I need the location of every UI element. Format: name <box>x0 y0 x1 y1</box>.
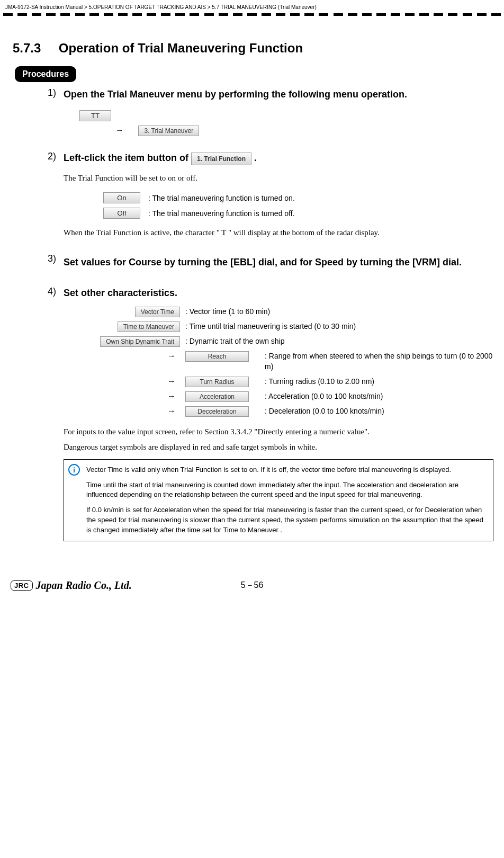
arrow-icon: → <box>111 126 128 135</box>
step-body-text: The Trial Function will be set to on or … <box>64 173 493 184</box>
arrow-icon: → <box>163 391 180 400</box>
page-number: 5－56 <box>241 580 264 591</box>
procedures-badge: Procedures <box>15 66 76 82</box>
step-title-pre: Left-click the item button of <box>64 153 191 163</box>
step-1: 1) Open the Trial Maneuver menu by perfo… <box>64 87 493 136</box>
step-number: 2) <box>48 151 56 162</box>
step-title: Left-click the item button of 1. Trial F… <box>64 151 493 165</box>
step-body-text: For inputs to the value input screen, re… <box>64 426 493 437</box>
on-description: : The trial maneuvering function is turn… <box>148 194 295 202</box>
step-title: Set other characteristics. <box>64 286 493 300</box>
arrow-icon: → <box>163 377 180 386</box>
reach-button[interactable]: Reach <box>185 351 249 362</box>
arrow-icon: → <box>163 406 180 415</box>
breadcrumb-section: 5.7 TRIAL MANEUVERING (Trial Maneuver) <box>212 4 316 10</box>
page-footer: JRC Japan Radio Co., Ltd. 5－56 <box>0 567 504 598</box>
section-title: 5.7.3 Operation of Trial Maneuvering Fun… <box>11 41 493 56</box>
off-description: : The trial maneuvering function is turn… <box>148 209 295 218</box>
own-ship-desc: : Dynamic trait of the own ship <box>185 336 493 347</box>
step-body-text: When the Trial Function is active, the c… <box>64 227 493 238</box>
step-body-text: Dangerous target symbols are displayed i… <box>64 442 493 453</box>
step-number: 1) <box>48 87 56 99</box>
turn-radius-button[interactable]: Turn Radius <box>185 377 249 387</box>
breadcrumb-manual: JMA-9172-SA Instruction Manual <box>5 4 83 10</box>
breadcrumb-sep: > <box>84 4 87 10</box>
step-title: Set values for Course by turning the [EB… <box>64 253 493 271</box>
acceleration-desc: : Acceleration (0.0 to 100 knots/min) <box>259 391 493 402</box>
step-3: 3) Set values for Course by turning the … <box>64 253 493 271</box>
divider-dashes <box>0 13 504 20</box>
step-title: Open the Trial Maneuver menu by performi… <box>64 87 493 102</box>
vector-time-button[interactable]: Vector Time <box>135 307 180 317</box>
info-paragraph: Time until the start of trial maneuverin… <box>86 480 487 501</box>
turn-radius-desc: : Turning radius (0.10 to 2.00 nm) <box>259 377 493 387</box>
step-2: 2) Left-click the item button of 1. Tria… <box>64 151 493 238</box>
section-number: 5.7.3 <box>13 41 41 55</box>
breadcrumb-chapter: 5.OPERATION OF TARGET TRACKING AND AIS <box>89 4 206 10</box>
company-name: Japan Radio Co., Ltd. <box>36 579 132 592</box>
info-box: i Vector Time is valid only when Trial F… <box>64 459 493 541</box>
on-button[interactable]: On <box>103 192 140 203</box>
arrow-icon: → <box>163 351 180 360</box>
jrc-logo: JRC <box>11 580 33 591</box>
trial-maneuver-button[interactable]: 3. Trial Maneuver <box>138 126 199 136</box>
step-number: 3) <box>48 253 56 264</box>
trial-function-button[interactable]: 1. Trial Function <box>191 153 251 165</box>
breadcrumb-sep: > <box>208 4 211 10</box>
reach-desc: : Range from when steered to when the sh… <box>259 351 493 372</box>
vector-time-desc: : Vector time (1 to 60 min) <box>185 307 493 317</box>
off-button[interactable]: Off <box>103 208 140 219</box>
tt-button[interactable]: TT <box>79 110 111 121</box>
acceleration-button[interactable]: Acceleration <box>185 391 249 402</box>
step-title-post: . <box>254 153 257 163</box>
time-to-maneuver-desc: : Time until trial maneuvering is starte… <box>185 321 493 332</box>
deceleration-desc: : Deceleration (0.0 to 100 knots/min) <box>259 406 493 417</box>
info-paragraph: Vector Time is valid only when Trial Fun… <box>86 465 487 475</box>
own-ship-dynamic-trait-button[interactable]: Own Ship Dynamic Trait <box>100 336 180 347</box>
step-number: 4) <box>48 286 56 297</box>
deceleration-button[interactable]: Decceleration <box>185 406 249 417</box>
info-paragraph: If 0.0 kn/min is set for Acceleration wh… <box>86 505 487 535</box>
step-4: 4) Set other characteristics. Vector Tim… <box>64 286 493 541</box>
breadcrumb: JMA-9172-SA Instruction Manual > 5.OPERA… <box>0 0 504 13</box>
info-icon: i <box>68 464 80 476</box>
section-title-text: Operation of Trial Maneuvering Function <box>59 41 303 55</box>
time-to-maneuver-button[interactable]: Time to Maneuver <box>118 321 180 332</box>
